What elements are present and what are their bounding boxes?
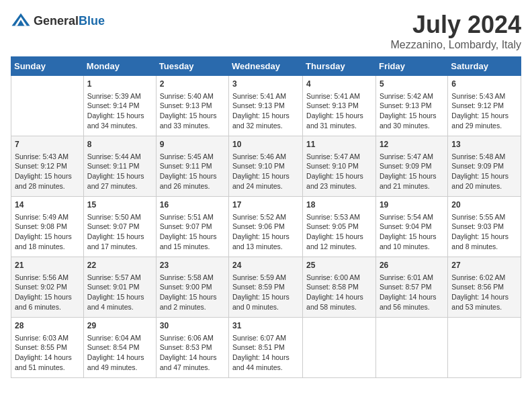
sunset-text: Sunset: 8:59 PM — [232, 283, 285, 291]
day-number: 19 — [380, 199, 444, 211]
logo-icon — [11, 11, 31, 31]
sunset-text: Sunset: 9:03 PM — [451, 222, 504, 230]
calendar-cell: 4Sunrise: 5:41 AMSunset: 9:13 PMDaylight… — [303, 76, 376, 136]
calendar-cell: 6Sunrise: 5:43 AMSunset: 9:12 PMDaylight… — [448, 76, 521, 136]
sunset-text: Sunset: 9:13 PM — [232, 101, 285, 109]
daylight-text: Daylight: 15 hours and 29 minutes. — [451, 111, 508, 130]
daylight-text: Daylight: 15 hours and 0 minutes. — [232, 293, 290, 311]
sunset-text: Sunset: 8:54 PM — [87, 343, 140, 351]
daylight-text: Daylight: 15 hours and 32 minutes. — [232, 111, 290, 130]
sunrise-text: Sunrise: 5:49 AM — [15, 213, 69, 221]
sunrise-text: Sunrise: 5:56 AM — [15, 273, 69, 281]
sunrise-text: Sunrise: 6:02 AM — [451, 273, 505, 281]
sunrise-text: Sunrise: 6:06 AM — [160, 334, 214, 342]
daylight-text: Daylight: 15 hours and 10 minutes. — [380, 232, 437, 250]
daylight-text: Daylight: 15 hours and 30 minutes. — [380, 111, 437, 130]
sunset-text: Sunset: 9:09 PM — [380, 162, 432, 170]
calendar-cell: 28Sunrise: 6:03 AMSunset: 8:55 PMDayligh… — [11, 318, 84, 378]
day-number: 2 — [160, 79, 225, 90]
sunset-text: Sunset: 9:07 PM — [87, 222, 140, 230]
sunrise-text: Sunrise: 5:41 AM — [232, 92, 286, 100]
sunrise-text: Sunrise: 6:04 AM — [87, 334, 141, 342]
sunset-text: Sunset: 9:12 PM — [451, 101, 504, 109]
sunset-text: Sunset: 9:06 PM — [232, 222, 285, 230]
sunset-text: Sunset: 9:10 PM — [232, 162, 285, 170]
sunrise-text: Sunrise: 5:44 AM — [87, 152, 141, 161]
day-header-tuesday: Tuesday — [156, 57, 228, 76]
calendar-cell: 11Sunrise: 5:47 AMSunset: 9:10 PMDayligh… — [303, 136, 376, 197]
daylight-text: Daylight: 15 hours and 31 minutes. — [306, 111, 363, 130]
calendar-cell — [11, 76, 84, 136]
sunset-text: Sunset: 9:04 PM — [380, 222, 432, 230]
calendar-cell: 9Sunrise: 5:45 AMSunset: 9:11 PMDaylight… — [156, 136, 228, 197]
sunrise-text: Sunrise: 5:51 AM — [160, 213, 214, 221]
day-number: 7 — [15, 139, 80, 150]
day-header-wednesday: Wednesday — [229, 57, 303, 76]
sunset-text: Sunset: 8:58 PM — [306, 283, 359, 291]
day-number: 8 — [87, 139, 152, 150]
day-number: 11 — [306, 139, 372, 150]
calendar-cell: 10Sunrise: 5:46 AMSunset: 9:10 PMDayligh… — [229, 136, 303, 197]
sunset-text: Sunset: 9:07 PM — [160, 222, 212, 230]
daylight-text: Daylight: 14 hours and 56 minutes. — [380, 293, 437, 311]
day-number: 1 — [87, 79, 152, 90]
day-number: 17 — [232, 199, 299, 211]
sunrise-text: Sunrise: 5:53 AM — [306, 213, 360, 221]
calendar-cell: 21Sunrise: 5:56 AMSunset: 9:02 PMDayligh… — [11, 257, 84, 318]
day-number: 13 — [451, 139, 517, 150]
sunset-text: Sunset: 9:09 PM — [451, 162, 504, 170]
day-number: 25 — [306, 260, 372, 271]
sunset-text: Sunset: 8:56 PM — [451, 283, 504, 291]
daylight-text: Daylight: 15 hours and 34 minutes. — [87, 111, 144, 130]
sunrise-text: Sunrise: 5:57 AM — [87, 273, 141, 281]
sunrise-text: Sunrise: 5:46 AM — [232, 152, 286, 161]
daylight-text: Daylight: 14 hours and 51 minutes. — [15, 353, 72, 371]
sunrise-text: Sunrise: 5:48 AM — [451, 152, 505, 161]
sunset-text: Sunset: 9:11 PM — [87, 162, 140, 170]
day-number: 22 — [87, 260, 152, 271]
daylight-text: Daylight: 15 hours and 12 minutes. — [306, 232, 363, 250]
header-row: SundayMondayTuesdayWednesdayThursdayFrid… — [11, 57, 521, 76]
day-number: 4 — [306, 79, 372, 90]
calendar-cell: 22Sunrise: 5:57 AMSunset: 9:01 PMDayligh… — [83, 257, 156, 318]
sunrise-text: Sunrise: 5:43 AM — [15, 152, 69, 161]
sunrise-text: Sunrise: 5:59 AM — [232, 273, 286, 281]
daylight-text: Daylight: 15 hours and 23 minutes. — [306, 172, 363, 190]
sunrise-text: Sunrise: 5:47 AM — [380, 152, 433, 161]
day-number: 24 — [232, 260, 299, 271]
day-number: 21 — [15, 260, 80, 271]
daylight-text: Daylight: 15 hours and 8 minutes. — [451, 232, 508, 250]
daylight-text: Daylight: 15 hours and 15 minutes. — [160, 232, 217, 250]
calendar-cell: 26Sunrise: 6:01 AMSunset: 8:57 PMDayligh… — [375, 257, 447, 318]
day-number: 6 — [451, 79, 517, 90]
sunrise-text: Sunrise: 5:40 AM — [160, 92, 214, 100]
day-header-friday: Friday — [375, 57, 447, 76]
calendar-cell: 20Sunrise: 5:55 AMSunset: 9:03 PMDayligh… — [448, 197, 521, 257]
calendar-cell: 25Sunrise: 6:00 AMSunset: 8:58 PMDayligh… — [303, 257, 376, 318]
sunset-text: Sunset: 9:05 PM — [306, 222, 359, 230]
week-row-3: 14Sunrise: 5:49 AMSunset: 9:08 PMDayligh… — [11, 197, 521, 257]
day-number: 30 — [160, 320, 225, 332]
sunrise-text: Sunrise: 6:00 AM — [306, 273, 360, 281]
daylight-text: Daylight: 14 hours and 53 minutes. — [451, 293, 508, 311]
sunset-text: Sunset: 9:02 PM — [15, 283, 67, 291]
sunset-text: Sunset: 9:13 PM — [160, 101, 212, 109]
calendar-cell — [303, 318, 376, 378]
calendar-cell: 16Sunrise: 5:51 AMSunset: 9:07 PMDayligh… — [156, 197, 228, 257]
day-number: 14 — [15, 199, 80, 211]
daylight-text: Daylight: 15 hours and 20 minutes. — [451, 172, 508, 190]
sunset-text: Sunset: 9:12 PM — [15, 162, 67, 170]
calendar-cell: 18Sunrise: 5:53 AMSunset: 9:05 PMDayligh… — [303, 197, 376, 257]
calendar-cell: 12Sunrise: 5:47 AMSunset: 9:09 PMDayligh… — [375, 136, 447, 197]
day-number: 27 — [451, 260, 517, 271]
day-number: 3 — [232, 79, 299, 90]
day-number: 16 — [160, 199, 225, 211]
sunrise-text: Sunrise: 5:45 AM — [160, 152, 214, 161]
day-number: 9 — [160, 139, 225, 150]
day-header-monday: Monday — [83, 57, 156, 76]
sunset-text: Sunset: 8:57 PM — [380, 283, 432, 291]
sunset-text: Sunset: 9:13 PM — [380, 101, 432, 109]
daylight-text: Daylight: 15 hours and 13 minutes. — [232, 232, 290, 250]
sunrise-text: Sunrise: 5:54 AM — [380, 213, 433, 221]
daylight-text: Daylight: 15 hours and 4 minutes. — [87, 293, 144, 311]
